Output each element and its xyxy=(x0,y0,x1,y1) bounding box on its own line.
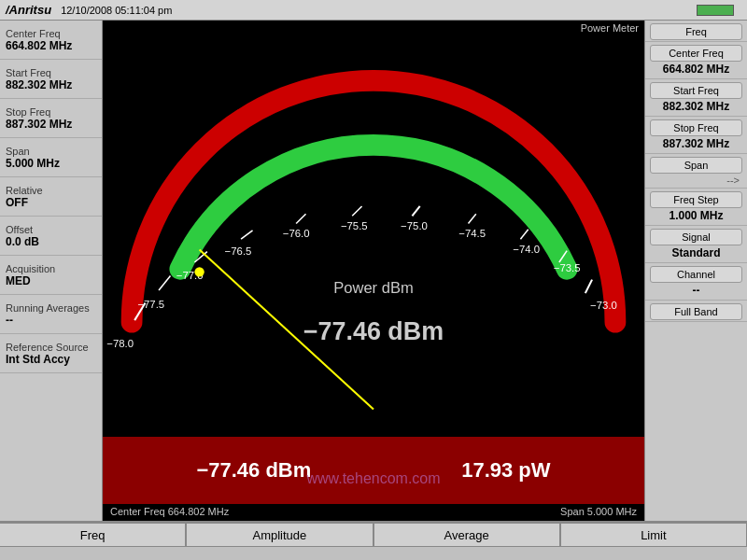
left-start-freq[interactable]: Start Freq 882.302 MHz xyxy=(0,60,102,99)
svg-text:−75.0: −75.0 xyxy=(401,220,428,231)
svg-text:−76.0: −76.0 xyxy=(283,228,310,239)
svg-text:−73.0: −73.0 xyxy=(590,300,617,311)
svg-line-16 xyxy=(520,230,528,239)
bottom-power-value: 17.93 pW xyxy=(461,458,550,483)
svg-text:−73.5: −73.5 xyxy=(554,262,581,273)
right-center-freq-val: 664.802 MHz xyxy=(645,63,747,78)
right-stop-freq-group: Stop Freq 887.302 MHz xyxy=(645,117,747,154)
svg-text:−77.46 dBm: −77.46 dBm xyxy=(303,317,444,345)
right-stop-freq-btn[interactable]: Stop Freq xyxy=(650,119,742,136)
right-freq-btn[interactable]: Freq xyxy=(650,23,742,40)
right-freq-group: Freq xyxy=(645,21,747,42)
main-area: Center Freq 664.802 MHz Start Freq 882.3… xyxy=(0,21,747,521)
right-signal-val: Standard xyxy=(645,246,747,262)
tab-limit[interactable]: Limit xyxy=(560,523,747,547)
left-reference-source[interactable]: Reference Source Int Std Accy xyxy=(0,334,102,373)
left-span[interactable]: Span 5.000 MHz xyxy=(0,138,102,177)
right-channel-val: -- xyxy=(645,284,747,300)
svg-line-6 xyxy=(241,231,252,239)
left-relative[interactable]: Relative OFF xyxy=(0,177,102,217)
right-freq-step-btn[interactable]: Freq Step xyxy=(650,191,742,208)
svg-line-14 xyxy=(469,214,476,223)
left-panel: Center Freq 664.802 MHz Start Freq 882.3… xyxy=(0,21,103,521)
right-signal-btn[interactable]: Signal xyxy=(650,229,742,245)
right-full-band-btn[interactable]: Full Band xyxy=(650,303,742,320)
right-full-band-group: Full Band xyxy=(645,301,747,322)
right-stop-freq-val: 887.302 MHz xyxy=(645,137,747,153)
status-center-freq: Center Freq 664.802 MHz xyxy=(110,506,229,519)
gauge-svg: −78.0 −77.5 −77.0 −76.5 −76.0 −75.5 −7 xyxy=(103,34,644,437)
battery-indicator xyxy=(697,5,734,16)
right-start-freq-val: 882.302 MHz xyxy=(645,100,747,116)
svg-point-23 xyxy=(194,267,204,276)
top-bar: /Anritsu 12/10/2008 05:11:04 pm xyxy=(0,0,747,21)
svg-text:−78.0: −78.0 xyxy=(106,338,134,349)
right-start-freq-group: Start Freq 882.302 MHz xyxy=(645,79,747,117)
left-acquisition[interactable]: Acquisition MED xyxy=(0,256,102,295)
right-channel-group: Channel -- xyxy=(645,263,747,301)
power-meter-label: Power Meter xyxy=(103,21,644,34)
right-freq-step-val: 1.000 MHz xyxy=(645,209,747,225)
svg-line-8 xyxy=(296,214,305,223)
left-stop-freq[interactable]: Stop Freq 887.302 MHz xyxy=(0,99,102,138)
status-span: Span 5.000 MHz xyxy=(560,506,637,519)
svg-line-10 xyxy=(352,206,361,216)
right-panel: Freq Center Freq 664.802 MHz Start Freq … xyxy=(644,21,747,521)
left-center-freq[interactable]: Center Freq 664.802 MHz xyxy=(0,21,102,60)
status-bar: Center Freq 664.802 MHz Span 5.000 MHz xyxy=(103,504,644,521)
svg-text:−75.5: −75.5 xyxy=(341,220,368,231)
svg-line-12 xyxy=(412,206,419,216)
tab-amplitude[interactable]: Amplitude xyxy=(186,523,373,547)
bottom-display-box: −77.46 dBm 17.93 pW www.tehencom.com xyxy=(103,437,644,504)
right-span-group: Span --> xyxy=(645,154,747,189)
svg-line-2 xyxy=(159,276,170,291)
right-signal-group: Signal Standard xyxy=(645,226,747,263)
right-channel-btn[interactable]: Channel xyxy=(650,266,742,283)
gauge-area: −78.0 −77.5 −77.0 −76.5 −76.0 −75.5 −7 xyxy=(103,34,644,437)
svg-text:−77.5: −77.5 xyxy=(137,299,164,310)
bottom-tab-bar: Freq Amplitude Average Limit xyxy=(0,521,747,547)
right-span-arrow: --> xyxy=(645,175,747,188)
right-span-btn[interactable]: Span xyxy=(650,157,742,174)
logo: /Anritsu xyxy=(6,3,51,17)
tab-freq[interactable]: Freq xyxy=(0,523,186,547)
right-center-freq-group: Center Freq 664.802 MHz xyxy=(645,42,747,79)
bottom-dbm-value: −77.46 dBm xyxy=(196,458,311,483)
right-start-freq-btn[interactable]: Start Freq xyxy=(650,82,742,99)
svg-text:−74.5: −74.5 xyxy=(458,228,486,239)
right-center-freq-btn[interactable]: Center Freq xyxy=(650,45,742,62)
svg-text:Power dBm: Power dBm xyxy=(333,279,414,297)
left-running-averages[interactable]: Running Averages -- xyxy=(0,295,102,334)
svg-line-20 xyxy=(585,280,592,294)
tab-average[interactable]: Average xyxy=(374,523,560,547)
right-freq-step-group: Freq Step 1.000 MHz xyxy=(645,189,747,226)
svg-text:−74.0: −74.0 xyxy=(513,244,540,255)
svg-text:−76.5: −76.5 xyxy=(225,245,252,257)
center-display: Power Meter −78.0 −77.5 −77.0 xyxy=(103,21,644,521)
left-offset[interactable]: Offset 0.0 dB xyxy=(0,217,102,256)
datetime: 12/10/2008 05:11:04 pm xyxy=(61,5,172,16)
watermark: www.tehencom.com xyxy=(306,470,440,487)
